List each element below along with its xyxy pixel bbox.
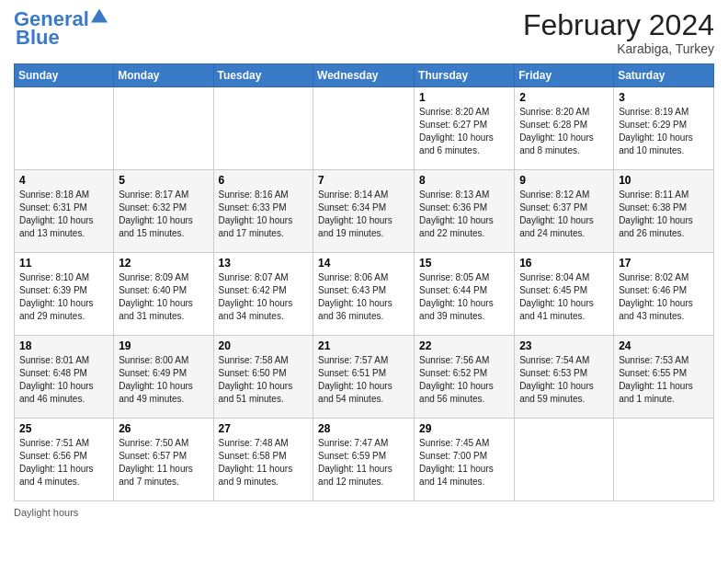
calendar-cell: 23Sunrise: 7:54 AM Sunset: 6:53 PM Dayli… — [515, 336, 614, 419]
day-number: 1 — [419, 91, 509, 104]
day-info: Sunrise: 8:01 AM Sunset: 6:48 PM Dayligh… — [19, 354, 108, 406]
location: Karabiga, Turkey — [523, 41, 714, 56]
day-info: Sunrise: 7:56 AM Sunset: 6:52 PM Dayligh… — [419, 354, 509, 406]
calendar-cell: 3Sunrise: 8:19 AM Sunset: 6:29 PM Daylig… — [614, 87, 714, 170]
day-number: 9 — [519, 174, 609, 187]
day-info: Sunrise: 7:58 AM Sunset: 6:50 PM Dayligh… — [219, 354, 309, 406]
calendar-page: General Blue February 2024 Karabiga, Tur… — [0, 0, 728, 563]
calendar-cell: 2Sunrise: 8:20 AM Sunset: 6:28 PM Daylig… — [515, 87, 614, 170]
calendar-cell: 26Sunrise: 7:50 AM Sunset: 6:57 PM Dayli… — [114, 419, 213, 501]
day-info: Sunrise: 8:17 AM Sunset: 6:32 PM Dayligh… — [119, 189, 208, 240]
day-number: 23 — [519, 339, 609, 352]
week-row-5: 25Sunrise: 7:51 AM Sunset: 6:56 PM Dayli… — [15, 419, 714, 501]
day-info: Sunrise: 8:07 AM Sunset: 6:42 PM Dayligh… — [219, 271, 309, 323]
calendar-cell: 18Sunrise: 8:01 AM Sunset: 6:48 PM Dayli… — [15, 336, 114, 419]
day-number: 26 — [119, 422, 208, 435]
day-info: Sunrise: 7:54 AM Sunset: 6:53 PM Dayligh… — [519, 354, 609, 406]
day-number: 16 — [519, 257, 609, 270]
day-number: 27 — [219, 422, 309, 435]
calendar-cell: 16Sunrise: 8:04 AM Sunset: 6:45 PM Dayli… — [515, 253, 614, 336]
calendar-cell: 4Sunrise: 8:18 AM Sunset: 6:31 PM Daylig… — [15, 170, 114, 253]
calendar-body: 1Sunrise: 8:20 AM Sunset: 6:27 PM Daylig… — [15, 87, 714, 501]
calendar-cell: 1Sunrise: 8:20 AM Sunset: 6:27 PM Daylig… — [415, 87, 515, 170]
day-info: Sunrise: 7:51 AM Sunset: 6:56 PM Dayligh… — [19, 437, 108, 488]
calendar-cell: 12Sunrise: 8:09 AM Sunset: 6:40 PM Dayli… — [114, 253, 213, 336]
calendar-cell — [614, 419, 714, 501]
calendar-cell: 27Sunrise: 7:48 AM Sunset: 6:58 PM Dayli… — [213, 419, 313, 501]
calendar-cell: 22Sunrise: 7:56 AM Sunset: 6:52 PM Dayli… — [415, 336, 515, 419]
calendar-cell: 13Sunrise: 8:07 AM Sunset: 6:42 PM Dayli… — [213, 253, 313, 336]
day-info: Sunrise: 8:13 AM Sunset: 6:36 PM Dayligh… — [419, 189, 509, 240]
day-of-week-friday: Friday — [515, 64, 614, 87]
week-row-2: 4Sunrise: 8:18 AM Sunset: 6:31 PM Daylig… — [15, 170, 714, 253]
day-info: Sunrise: 8:02 AM Sunset: 6:46 PM Dayligh… — [619, 271, 709, 323]
calendar-cell: 6Sunrise: 8:16 AM Sunset: 6:33 PM Daylig… — [213, 170, 313, 253]
calendar-cell: 15Sunrise: 8:05 AM Sunset: 6:44 PM Dayli… — [415, 253, 515, 336]
day-number: 4 — [19, 174, 108, 187]
day-number: 13 — [219, 257, 309, 270]
svg-marker-0 — [91, 9, 108, 23]
day-info: Sunrise: 8:12 AM Sunset: 6:37 PM Dayligh… — [519, 189, 609, 240]
day-number: 19 — [119, 339, 208, 352]
calendar-cell: 14Sunrise: 8:06 AM Sunset: 6:43 PM Dayli… — [313, 253, 415, 336]
calendar-header: SundayMondayTuesdayWednesdayThursdayFrid… — [15, 64, 714, 87]
day-number: 22 — [419, 339, 509, 352]
day-number: 28 — [318, 422, 409, 435]
calendar-cell: 21Sunrise: 7:57 AM Sunset: 6:51 PM Dayli… — [313, 336, 415, 419]
month-title: February 2024 — [523, 9, 714, 41]
day-info: Sunrise: 7:57 AM Sunset: 6:51 PM Dayligh… — [318, 354, 409, 406]
calendar-cell: 28Sunrise: 7:47 AM Sunset: 6:59 PM Dayli… — [313, 419, 415, 501]
day-info: Sunrise: 8:06 AM Sunset: 6:43 PM Dayligh… — [318, 271, 409, 323]
calendar-cell: 8Sunrise: 8:13 AM Sunset: 6:36 PM Daylig… — [415, 170, 515, 253]
day-info: Sunrise: 8:18 AM Sunset: 6:31 PM Dayligh… — [19, 189, 108, 240]
day-number: 21 — [318, 339, 409, 352]
calendar-cell — [313, 87, 415, 170]
day-info: Sunrise: 7:45 AM Sunset: 7:00 PM Dayligh… — [419, 437, 509, 488]
day-info: Sunrise: 8:00 AM Sunset: 6:49 PM Dayligh… — [119, 354, 208, 406]
week-row-3: 11Sunrise: 8:10 AM Sunset: 6:39 PM Dayli… — [15, 253, 714, 336]
day-info: Sunrise: 7:48 AM Sunset: 6:58 PM Dayligh… — [219, 437, 309, 488]
day-number: 11 — [19, 257, 108, 270]
day-of-week-thursday: Thursday — [415, 64, 515, 87]
day-number: 6 — [219, 174, 309, 187]
day-of-week-saturday: Saturday — [614, 64, 714, 87]
calendar-cell: 11Sunrise: 8:10 AM Sunset: 6:39 PM Dayli… — [15, 253, 114, 336]
day-info: Sunrise: 8:11 AM Sunset: 6:38 PM Dayligh… — [619, 189, 709, 240]
day-number: 17 — [619, 257, 709, 270]
day-of-week-sunday: Sunday — [15, 64, 114, 87]
footer-note: Daylight hours — [14, 507, 714, 518]
day-number: 20 — [219, 339, 309, 352]
day-info: Sunrise: 8:04 AM Sunset: 6:45 PM Dayligh… — [519, 271, 609, 323]
calendar-table: SundayMondayTuesdayWednesdayThursdayFrid… — [14, 63, 714, 501]
calendar-cell: 10Sunrise: 8:11 AM Sunset: 6:38 PM Dayli… — [614, 170, 714, 253]
logo: General Blue — [14, 9, 108, 50]
title-block: February 2024 Karabiga, Turkey — [523, 9, 714, 56]
day-info: Sunrise: 8:05 AM Sunset: 6:44 PM Dayligh… — [419, 271, 509, 323]
day-info: Sunrise: 7:50 AM Sunset: 6:57 PM Dayligh… — [119, 437, 208, 488]
day-number: 14 — [318, 257, 409, 270]
header: General Blue February 2024 Karabiga, Tur… — [14, 9, 714, 56]
days-of-week-row: SundayMondayTuesdayWednesdayThursdayFrid… — [15, 64, 714, 87]
calendar-cell — [15, 87, 114, 170]
day-number: 25 — [19, 422, 108, 435]
day-info: Sunrise: 7:53 AM Sunset: 6:55 PM Dayligh… — [619, 354, 709, 406]
calendar-cell: 25Sunrise: 7:51 AM Sunset: 6:56 PM Dayli… — [15, 419, 114, 501]
day-info: Sunrise: 8:19 AM Sunset: 6:29 PM Dayligh… — [619, 106, 709, 157]
calendar-cell: 19Sunrise: 8:00 AM Sunset: 6:49 PM Dayli… — [114, 336, 213, 419]
logo-blue: Blue — [16, 26, 60, 50]
day-info: Sunrise: 8:14 AM Sunset: 6:34 PM Dayligh… — [318, 189, 409, 240]
day-number: 10 — [619, 174, 709, 187]
day-of-week-monday: Monday — [114, 64, 213, 87]
day-number: 5 — [119, 174, 208, 187]
day-of-week-wednesday: Wednesday — [313, 64, 415, 87]
day-number: 24 — [619, 339, 709, 352]
calendar-cell: 9Sunrise: 8:12 AM Sunset: 6:37 PM Daylig… — [515, 170, 614, 253]
logo-icon — [91, 7, 108, 24]
day-info: Sunrise: 8:20 AM Sunset: 6:27 PM Dayligh… — [419, 106, 509, 157]
day-info: Sunrise: 7:47 AM Sunset: 6:59 PM Dayligh… — [318, 437, 409, 488]
daylight-note: Daylight hours — [14, 507, 78, 518]
calendar-cell — [515, 419, 614, 501]
week-row-4: 18Sunrise: 8:01 AM Sunset: 6:48 PM Dayli… — [15, 336, 714, 419]
day-number: 3 — [619, 91, 709, 104]
day-number: 12 — [119, 257, 208, 270]
